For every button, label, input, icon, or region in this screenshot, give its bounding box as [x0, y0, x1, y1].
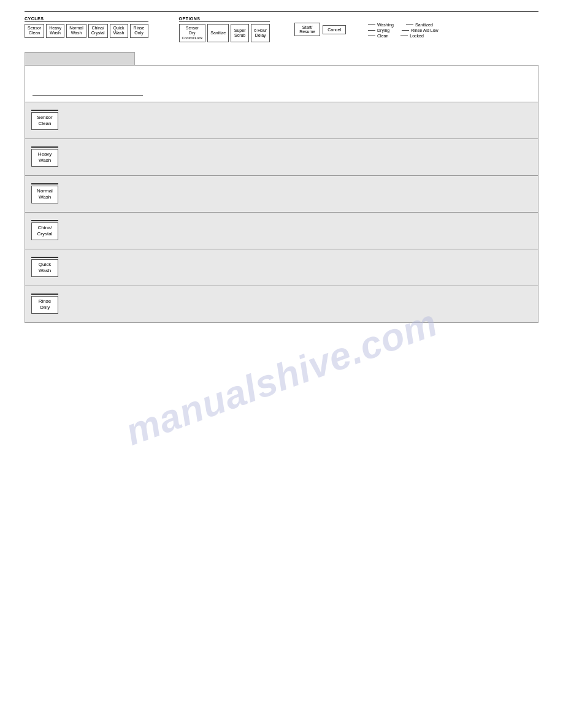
sanitized-indicator: Sanitized [406, 23, 433, 27]
rinse-only-content [99, 286, 538, 322]
clean-dash [368, 36, 375, 37]
quick-wash-ctrl-btn[interactable]: QuickWash [110, 24, 128, 38]
quick-wash-row: QuickWash [25, 249, 538, 286]
main-tab[interactable] [25, 52, 135, 65]
rinse-aid-low-indicator: Rinse Aid Low [402, 28, 438, 32]
cycles-section: CYCLES SensorClean HeavyWash NormalWash … [25, 17, 148, 38]
sensor-dry-ctrl-btn[interactable]: SensorDryControl/Lock [179, 24, 206, 42]
china-crystal-cell: China/Crystal [25, 212, 99, 249]
sensor-clean-ctrl-btn[interactable]: SensorClean [25, 24, 44, 38]
normal-wash-btn-wrapper: NormalWash [31, 183, 93, 203]
china-crystal-cycle-btn[interactable]: China/Crystal [31, 222, 58, 240]
tab-bar [25, 52, 538, 65]
normal-wash-row: NormalWash [25, 175, 538, 212]
sanitize-ctrl-btn[interactable]: Sanitize [207, 24, 229, 42]
quick-wash-content [99, 249, 538, 286]
rinse-only-row: RinseOnly [25, 286, 538, 322]
sanitized-dash [406, 25, 413, 26]
action-buttons: Start/Resume Cancel [294, 23, 346, 36]
header-col1 [25, 65, 99, 102]
washing-label: Washing [377, 23, 394, 27]
rinse-only-ctrl-btn[interactable]: RinseOnly [130, 24, 148, 38]
locked-label: Locked [410, 34, 424, 38]
heavy-wash-cycle-btn[interactable]: HeavyWash [31, 149, 58, 167]
china-crystal-btn-wrapper: China/Crystal [31, 220, 93, 240]
main-content: SensorClean HeavyWash NormalWash [25, 52, 538, 323]
heavy-wash-content [99, 138, 538, 175]
drying-dash [368, 30, 375, 31]
options-section: OPTIONS SensorDryControl/Lock Sanitize S… [179, 17, 270, 42]
control-panel: CYCLES SensorClean HeavyWash NormalWash … [25, 17, 538, 42]
cycle-table: SensorClean HeavyWash NormalWash [25, 65, 538, 323]
sensor-clean-cell: SensorClean [25, 102, 99, 138]
rinse-only-btn-wrapper: RinseOnly [31, 294, 93, 314]
rinse-only-cell: RinseOnly [25, 286, 99, 322]
cancel-button[interactable]: Cancel [323, 25, 346, 34]
rinse-aid-low-dash [402, 30, 409, 31]
sensor-clean-cycle-btn[interactable]: SensorClean [31, 112, 58, 130]
sanitized-label: Sanitized [415, 23, 433, 27]
china-crystal-ctrl-btn[interactable]: China/Crystal [88, 24, 108, 38]
china-crystal-btn-bar [31, 220, 58, 221]
washing-dash [368, 25, 375, 26]
indicators-row-3: Clean Locked [368, 34, 439, 38]
top-divider [25, 11, 538, 12]
sensor-clean-btn-wrapper: SensorClean [31, 110, 93, 130]
sensor-clean-content [99, 102, 538, 138]
rinse-only-btn-bar [31, 294, 58, 295]
normal-wash-ctrl-btn[interactable]: NormalWash [66, 24, 86, 38]
watermark: manualshive.com [120, 301, 443, 454]
cycles-button-row: SensorClean HeavyWash NormalWash China/C… [25, 24, 148, 38]
status-indicators: Washing Sanitized Drying Rinse Aid Low C… [368, 23, 439, 38]
heavy-wash-btn-bar [31, 146, 58, 148]
washing-indicator: Washing [368, 23, 394, 27]
rinse-only-cycle-btn[interactable]: RinseOnly [31, 296, 58, 314]
sensor-clean-btn-bar [31, 110, 58, 111]
drying-indicator: Drying [368, 28, 389, 32]
quick-wash-btn-wrapper: QuickWash [31, 257, 93, 277]
options-label: OPTIONS [179, 17, 270, 22]
quick-wash-cell: QuickWash [25, 249, 99, 286]
6hour-delay-ctrl-btn[interactable]: 6 HourDelay [251, 24, 270, 42]
heavy-wash-row: HeavyWash [25, 138, 538, 175]
heavy-wash-cell: HeavyWash [25, 138, 99, 175]
normal-wash-content [99, 175, 538, 212]
china-crystal-content [99, 212, 538, 249]
header-col2 [99, 65, 538, 102]
heavy-wash-ctrl-btn[interactable]: HeavyWash [46, 24, 64, 38]
indicators-row-1: Washing Sanitized [368, 23, 439, 27]
quick-wash-btn-bar [31, 257, 58, 258]
options-button-row: SensorDryControl/Lock Sanitize SuperScru… [179, 24, 270, 42]
start-resume-button[interactable]: Start/Resume [294, 23, 320, 36]
super-scrub-ctrl-btn[interactable]: SuperScrub [231, 24, 249, 42]
indicators-row-2: Drying Rinse Aid Low [368, 28, 439, 32]
table-header [25, 65, 538, 102]
locked-indicator: Locked [400, 34, 424, 38]
rinse-aid-low-label: Rinse Aid Low [411, 28, 438, 32]
quick-wash-cycle-btn[interactable]: QuickWash [31, 259, 58, 277]
heavy-wash-btn-wrapper: HeavyWash [31, 146, 93, 167]
drying-label: Drying [377, 28, 389, 32]
clean-indicator: Clean [368, 34, 388, 38]
sensor-clean-row: SensorClean [25, 102, 538, 138]
china-crystal-row: China/Crystal [25, 212, 538, 249]
normal-wash-cell: NormalWash [25, 175, 99, 212]
locked-dash [400, 36, 408, 37]
normal-wash-btn-bar [31, 183, 58, 184]
cycles-label: CYCLES [25, 17, 148, 22]
clean-label: Clean [377, 34, 388, 38]
normal-wash-cycle-btn[interactable]: NormalWash [31, 186, 58, 203]
